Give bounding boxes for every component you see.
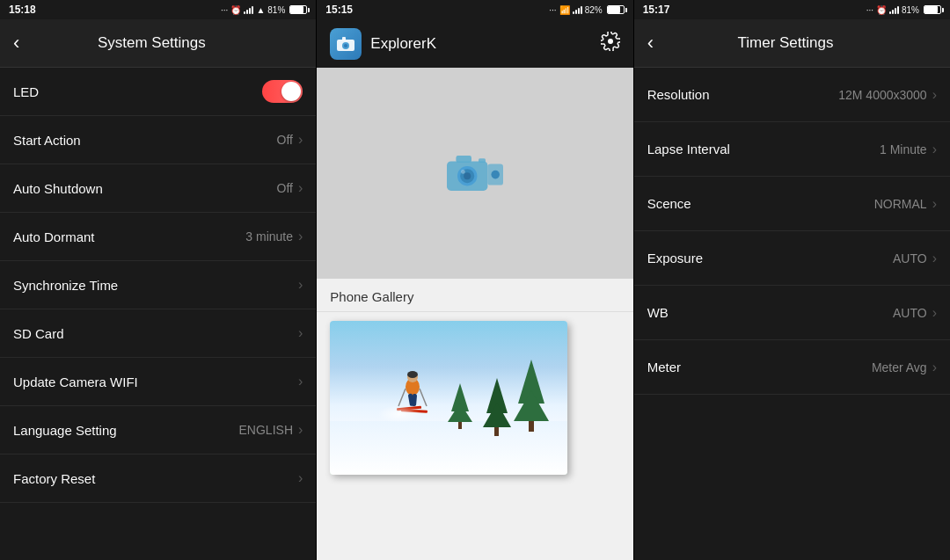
chevron-meter: › xyxy=(932,360,937,375)
settings-gear-button[interactable] xyxy=(601,32,620,55)
timer-value-lapse: 1 Minute xyxy=(880,142,927,156)
signal-1 xyxy=(244,5,253,14)
ski-photo-container[interactable] xyxy=(330,321,567,475)
battery-icon-1 xyxy=(289,5,307,14)
setting-start-action[interactable]: Start Action Off › xyxy=(0,116,316,164)
svg-point-7 xyxy=(464,172,471,179)
phone-gallery-label: Phone Gallery xyxy=(330,289,413,304)
timer-label-meter: Meter xyxy=(647,360,872,375)
chevron-resolution: › xyxy=(932,87,937,103)
timer-settings-panel: 15:17 ··· ⏰ 81% ‹ Timer Settings Resolut… xyxy=(634,0,950,560)
timer-value-resolution: 12M 4000x3000 xyxy=(838,88,926,102)
camera-app-icon-svg xyxy=(336,36,355,52)
setting-label-start-action: Start Action xyxy=(13,133,277,148)
setting-label-language: Language Setting xyxy=(13,423,239,438)
svg-point-2 xyxy=(344,44,347,47)
time-3: 15:17 xyxy=(643,4,670,16)
timer-exposure[interactable]: Exposure AUTO › xyxy=(634,231,950,286)
explorek-title: ExplorerK xyxy=(370,35,436,53)
chevron-scence: › xyxy=(932,196,937,212)
svg-rect-3 xyxy=(342,37,346,40)
wifi-icon-1: ▲ xyxy=(256,5,265,15)
toggle-knob-led xyxy=(281,82,301,101)
phone-gallery-section: Phone Gallery xyxy=(317,279,632,560)
status-bar-2: 15:15 ··· 📶 82% xyxy=(317,0,632,19)
status-bar-1: 15:18 ··· ⏰ ▲ 81% xyxy=(0,0,316,19)
chevron-update-wifi: › xyxy=(298,374,303,389)
explorerk-header: ExplorerK xyxy=(317,19,632,68)
system-settings-header: ‹ System Settings xyxy=(0,19,316,68)
setting-label-auto-shutdown: Auto Shutdown xyxy=(13,181,277,196)
setting-led[interactable]: LED xyxy=(0,68,316,116)
setting-auto-dormant[interactable]: Auto Dormant 3 minute › xyxy=(0,213,316,261)
gear-icon xyxy=(601,32,620,51)
setting-language[interactable]: Language Setting ENGLISH › xyxy=(0,406,316,455)
timer-value-wb: AUTO xyxy=(893,306,927,320)
timer-value-meter: Meter Avg xyxy=(872,360,927,375)
setting-label-led: LED xyxy=(13,84,262,99)
explorerk-app-info: ExplorerK xyxy=(330,28,436,60)
svg-rect-11 xyxy=(479,158,486,163)
chevron-sync-time: › xyxy=(298,277,303,293)
camera-preview xyxy=(317,68,632,279)
setting-factory-reset[interactable]: Factory Reset › xyxy=(0,455,316,503)
signal-3 xyxy=(889,5,899,14)
timer-meter[interactable]: Meter Meter Avg › xyxy=(634,340,950,395)
ski-photo-background xyxy=(330,321,567,475)
timer-value-exposure: AUTO xyxy=(893,251,927,265)
timer-label-wb: WB xyxy=(647,305,893,320)
phone-gallery-header: Phone Gallery xyxy=(317,279,632,312)
timer-settings-header: ‹ Timer Settings xyxy=(634,19,950,68)
back-button-1[interactable]: ‹ xyxy=(13,32,19,55)
setting-value-language: ENGLISH xyxy=(239,423,293,437)
gallery-content xyxy=(317,312,632,484)
chevron-auto-dormant: › xyxy=(298,229,303,244)
timer-settings-title: Timer Settings xyxy=(667,34,904,52)
system-settings-panel: 15:18 ··· ⏰ ▲ 81% ‹ System Settings LED xyxy=(0,0,316,560)
setting-label-sync-time: Synchronize Time xyxy=(13,278,298,293)
svg-line-21 xyxy=(420,389,427,406)
timer-value-scence: NORMAL xyxy=(874,197,927,211)
battery-icon-2 xyxy=(607,5,625,14)
setting-sd-card[interactable]: SD Card › xyxy=(0,309,316,358)
chevron-wb: › xyxy=(932,305,937,321)
battery-text-1: 81% xyxy=(267,5,285,15)
back-button-3[interactable]: ‹ xyxy=(647,32,654,55)
settings-list-1: LED Start Action Off › Auto Shutdown Off… xyxy=(0,68,316,560)
battery-text-3: 81% xyxy=(902,5,919,15)
chevron-language: › xyxy=(298,422,303,438)
status-icons-1: ··· ⏰ ▲ 81% xyxy=(221,5,307,15)
chevron-auto-shutdown: › xyxy=(298,180,303,196)
time-2: 15:15 xyxy=(325,4,353,16)
timer-label-exposure: Exposure xyxy=(647,251,893,265)
timer-label-lapse: Lapse Interval xyxy=(647,142,880,156)
tree-1 xyxy=(514,360,549,432)
setting-label-factory-reset: Factory Reset xyxy=(13,471,298,486)
clock-icon-3: ⏰ xyxy=(876,5,887,15)
timer-scence[interactable]: Scence NORMAL › xyxy=(634,177,950,231)
timer-resolution[interactable]: Resolution 12M 4000x3000 › xyxy=(634,68,950,122)
timer-wb[interactable]: WB AUTO › xyxy=(634,286,950,340)
camera-icon xyxy=(443,147,507,200)
timer-label-scence: Scence xyxy=(647,196,874,211)
clock-icon-1: ⏰ xyxy=(230,5,241,15)
setting-auto-shutdown[interactable]: Auto Shutdown Off › xyxy=(0,164,316,213)
status-bar-3: 15:17 ··· ⏰ 81% xyxy=(634,0,950,19)
svg-point-15 xyxy=(407,371,418,378)
tree-3 xyxy=(448,383,472,429)
chevron-factory-reset: › xyxy=(298,470,303,486)
system-settings-title: System Settings xyxy=(33,34,270,52)
timer-lapse-interval[interactable]: Lapse Interval 1 Minute › xyxy=(634,122,950,177)
camera-icon-container xyxy=(440,138,510,208)
time-1: 15:18 xyxy=(9,4,36,16)
setting-value-start-action: Off xyxy=(277,133,293,147)
led-toggle[interactable] xyxy=(262,80,303,103)
app-icon xyxy=(330,28,362,60)
setting-update-wifi[interactable]: Update Camera WIFI › xyxy=(0,358,316,406)
tree-2 xyxy=(483,378,511,436)
dots-icon-1: ··· xyxy=(221,5,228,15)
svg-rect-8 xyxy=(456,156,471,163)
svg-point-10 xyxy=(491,171,500,179)
timer-settings-list: Resolution 12M 4000x3000 › Lapse Interva… xyxy=(634,68,950,560)
setting-synchronize-time[interactable]: Synchronize Time › xyxy=(0,261,316,309)
